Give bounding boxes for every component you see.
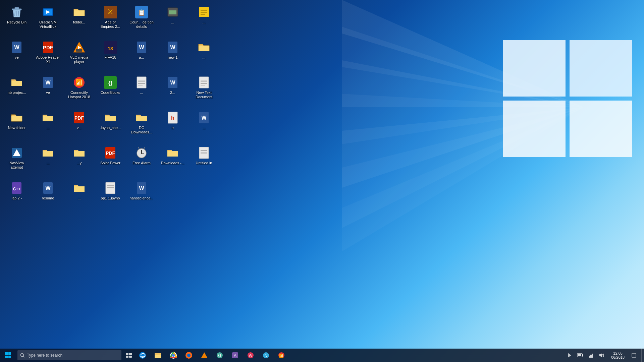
svg-text:📋: 📋 (138, 9, 146, 16)
icon-recycle-bin[interactable]: Recycle Bin (3, 3, 30, 37)
icon-folder5[interactable]: ...y (66, 144, 93, 178)
codeblocks-label: CodeBlocks (101, 90, 120, 95)
icon-vlc[interactable]: ▶ VLC media player (66, 39, 93, 72)
taskbar-app-edge[interactable] (135, 349, 150, 362)
text2-icon (135, 76, 148, 89)
icon-age-of-empires[interactable]: ⚔ Age of Empires 2... (97, 3, 124, 37)
taskbar-app-generic3[interactable]: W (243, 349, 258, 362)
icon-codeblocks[interactable]: {} CodeBlocks (97, 74, 124, 107)
svg-line-11 (18, 11, 19, 16)
taskbar-app-vlc[interactable] (197, 349, 212, 362)
task-view-button[interactable] (123, 349, 135, 362)
icon-adobe-reader[interactable]: PDF Adobe Reader XI (35, 39, 61, 72)
taskbar-app-generic2[interactable]: A (227, 349, 243, 362)
notification-icon[interactable] (629, 349, 639, 362)
show-hidden-tray-icons[interactable] (565, 349, 574, 362)
dc-downloads-icon (135, 111, 148, 124)
svg-rect-119 (589, 356, 590, 358)
pp1-icon (104, 181, 117, 195)
taskbar-app-explorer[interactable] (150, 349, 166, 362)
svg-text:▶: ▶ (78, 45, 81, 50)
system-clock[interactable]: 12:05 06/2018 (608, 349, 628, 362)
icon-new1[interactable]: W new 1 (159, 39, 186, 72)
svg-rect-20 (169, 10, 176, 14)
svg-text:📶: 📶 (279, 353, 284, 358)
icon-downloads[interactable]: Downloads -... (159, 144, 186, 178)
icon-folder6[interactable]: ... (66, 179, 93, 202)
icon-fifa18[interactable]: 18 FIFA18 (97, 39, 124, 72)
icon-pdf2[interactable]: PDF v... (66, 109, 93, 142)
free-alarm-label: Free Alarm (132, 161, 151, 165)
icon-oracle-vm[interactable]: Oracle VM VirtualBox (35, 3, 61, 37)
taskbar-apps: G A W N 📶 (135, 349, 562, 362)
folder6-icon (72, 181, 86, 195)
stickynotes-icon (197, 5, 211, 19)
icon-connectify[interactable]: 📶 Connectify Hotspot 2018 (66, 74, 93, 107)
taskbar-app-generic1[interactable]: G (212, 349, 227, 362)
search-placeholder: Type here to search (27, 353, 62, 358)
icon-nanoscience[interactable]: W nanoscience... (128, 179, 155, 202)
navview-label: NavView attempt (5, 161, 29, 170)
svg-text:W: W (170, 45, 175, 50)
svg-text:C++: C++ (13, 187, 21, 191)
svg-text:W: W (170, 80, 175, 85)
fifa18-label: FIFA18 (104, 55, 116, 60)
svg-text:PDF: PDF (106, 150, 115, 156)
icon-stickynotes[interactable]: ... (191, 3, 217, 37)
taskbar-app-wifi[interactable]: 📶 (274, 349, 289, 362)
icon-untitled-in[interactable]: Untitled in (191, 144, 217, 178)
svg-rect-44 (137, 77, 146, 88)
svg-rect-51 (199, 77, 209, 88)
icon-free-alarm[interactable]: Free Alarm (128, 144, 155, 178)
icon-folder4[interactable]: ... (35, 144, 61, 178)
icon-pp1[interactable]: pp1 1.ipynb (97, 179, 124, 202)
icon-navview[interactable]: NavView attempt (3, 144, 30, 178)
icon-folder1[interactable]: folder... (66, 3, 93, 37)
icon-cpp1[interactable]: C++ lab 2 - (3, 179, 30, 202)
icon-word2[interactable]: W 2... (159, 74, 186, 107)
adobe-reader-label: Adobe Reader XI (36, 55, 60, 64)
cpp1-icon: C++ (10, 181, 23, 195)
ipynb-label: .ipynb_che... (100, 126, 121, 130)
icon-word3[interactable]: W ... (191, 109, 217, 142)
icon-folder2[interactable]: ... (191, 39, 217, 72)
show-desktop-button[interactable] (641, 349, 644, 362)
svg-text:⚔: ⚔ (107, 8, 113, 15)
icon-new-folder[interactable]: New folder (3, 109, 30, 142)
volume-icon[interactable] (597, 349, 606, 362)
icon-resume[interactable]: W resume (35, 179, 61, 202)
stickynotes-label: ... (202, 20, 205, 24)
taskbar-app-chrome[interactable] (166, 349, 181, 362)
icon-text2[interactable]: ... (128, 74, 155, 107)
downloads-icon (166, 146, 179, 160)
icon-ve2[interactable]: W ve (35, 74, 61, 107)
clock-time: 12:05 (613, 351, 623, 355)
start-button[interactable] (0, 349, 16, 362)
icon-word1[interactable]: W a... (128, 39, 155, 72)
taskbar-app-generic4[interactable]: N (258, 349, 274, 362)
search-bar[interactable]: Type here to search (17, 350, 121, 360)
icon-nbproject[interactable]: nb projec... (3, 74, 30, 107)
codeblocks-icon: {} (104, 76, 117, 89)
free-alarm-icon (135, 146, 148, 160)
icon-countdown[interactable]: 📋 Coun... de tion details (128, 3, 155, 37)
svg-text:W: W (14, 45, 19, 50)
icon-solar-power[interactable]: PDF Solar Power (97, 144, 124, 178)
svg-line-9 (15, 11, 15, 16)
untitled-in-icon (197, 146, 211, 160)
svg-text:G: G (218, 353, 221, 358)
icon-ve1[interactable]: W ve (3, 39, 30, 72)
battery-icon[interactable] (576, 349, 585, 362)
vlc-icon: ▶ (72, 41, 86, 54)
icon-rr[interactable]: h rr (159, 109, 186, 142)
taskbar-app-firefox[interactable] (181, 349, 197, 362)
network-icon[interactable] (586, 349, 596, 362)
icon-ipynb[interactable]: .ipynb_che... (97, 109, 124, 142)
icon-new-text-document[interactable]: New Text Document (191, 74, 217, 107)
icon-dc-downloads[interactable]: DC Downloads... (128, 109, 155, 142)
cpp1-label: lab 2 - (12, 196, 22, 200)
icon-app5[interactable]: ... (159, 3, 186, 37)
icon-folder3[interactable]: ... (35, 109, 61, 142)
word3-label: ... (202, 126, 205, 130)
navview-icon (10, 146, 23, 160)
